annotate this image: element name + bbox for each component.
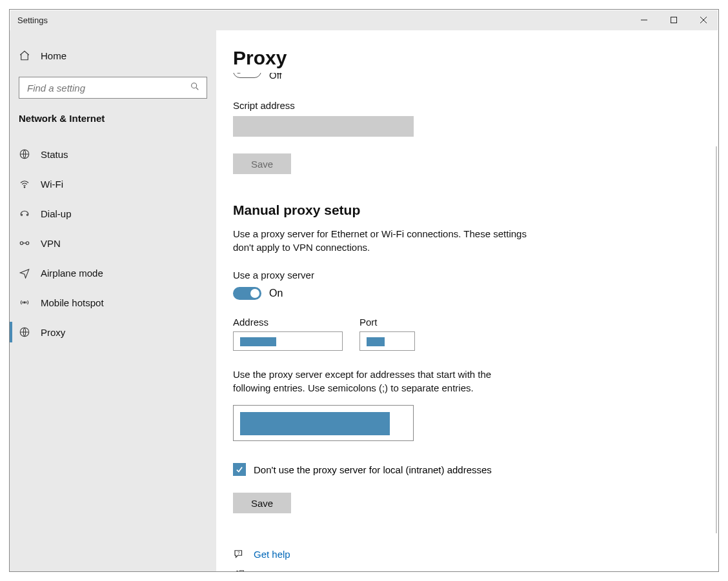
airplane-icon — [19, 267, 30, 279]
titlebar: Settings — [10, 10, 718, 30]
toggle-state-label: Off — [269, 73, 282, 81]
give-feedback-text[interactable]: Give feedback — [254, 569, 316, 572]
svg-point-7 — [24, 187, 25, 188]
script-address-label: Script address — [233, 100, 718, 111]
svg-point-8 — [21, 214, 22, 215]
save-manual-button[interactable]: Save — [233, 493, 291, 513]
sidebar: Home Network & Internet Status Wi-Fi — [10, 30, 216, 571]
sidebar-item-label: Wi-Fi — [41, 179, 63, 190]
manual-proxy-desc: Use a proxy server for Ethernet or Wi-Fi… — [233, 227, 530, 254]
sidebar-item-proxy[interactable]: Proxy — [10, 317, 216, 347]
dialup-icon — [19, 208, 30, 219]
page-title: Proxy — [233, 47, 718, 69]
manual-proxy-heading: Manual proxy setup — [233, 202, 718, 218]
svg-point-11 — [26, 242, 29, 245]
svg-rect-1 — [671, 17, 677, 23]
home-nav[interactable]: Home — [10, 43, 216, 68]
script-address-input[interactable] — [233, 116, 414, 137]
help-icon: ? — [233, 548, 245, 560]
sidebar-item-label: Status — [41, 149, 68, 160]
sidebar-item-label: Proxy — [41, 327, 65, 338]
settings-window: Settings Home — [9, 9, 719, 572]
sidebar-item-label: Mobile hotspot — [41, 297, 104, 308]
sidebar-item-status[interactable]: Status — [10, 139, 216, 169]
setup-script-toggle-partial[interactable]: Off — [233, 73, 718, 84]
sidebar-item-label: Airplane mode — [41, 268, 103, 279]
vpn-icon — [19, 237, 30, 249]
globe-icon — [19, 326, 30, 338]
toggle-off-icon — [233, 73, 261, 77]
address-label: Address — [233, 317, 343, 328]
svg-line-5 — [196, 88, 198, 90]
home-icon — [19, 50, 30, 61]
get-help-link[interactable]: ? Get help — [233, 548, 718, 560]
svg-point-13 — [24, 302, 25, 303]
sidebar-item-label: Dial-up — [41, 208, 72, 219]
get-help-text[interactable]: Get help — [254, 549, 290, 560]
port-label: Port — [359, 317, 415, 328]
svg-point-4 — [192, 83, 197, 88]
exceptions-label: Use the proxy server except for addresse… — [233, 368, 504, 395]
search-icon — [190, 81, 200, 94]
use-proxy-label: Use a proxy server — [233, 270, 718, 281]
local-address-checkbox-label: Don't use the proxy server for local (in… — [254, 464, 492, 475]
port-input[interactable] — [359, 331, 415, 351]
svg-text:?: ? — [238, 551, 240, 555]
sidebar-item-airplane[interactable]: Airplane mode — [10, 258, 216, 288]
globe-icon — [19, 148, 30, 160]
svg-point-16 — [236, 571, 239, 571]
svg-point-10 — [20, 242, 23, 245]
wifi-icon — [19, 178, 30, 190]
search-input[interactable] — [26, 82, 190, 94]
use-proxy-toggle[interactable] — [233, 287, 261, 300]
sidebar-item-hotspot[interactable]: Mobile hotspot — [10, 288, 216, 317]
main-panel: Proxy Off Script address Save Manual pro… — [216, 30, 718, 571]
maximize-button[interactable] — [659, 10, 689, 30]
home-label: Home — [41, 50, 66, 61]
sidebar-section-title: Network & Internet — [10, 113, 216, 124]
sidebar-item-vpn[interactable]: VPN — [10, 228, 216, 258]
minimize-button[interactable] — [629, 10, 659, 30]
address-input[interactable] — [233, 331, 343, 351]
hotspot-icon — [19, 297, 30, 308]
scrollbar[interactable] — [716, 146, 717, 533]
search-box[interactable] — [19, 77, 207, 99]
sidebar-item-dialup[interactable]: Dial-up — [10, 199, 216, 228]
local-address-checkbox[interactable] — [233, 463, 246, 476]
feedback-icon — [233, 569, 245, 571]
exceptions-input[interactable] — [233, 405, 414, 441]
sidebar-item-label: VPN — [41, 238, 61, 249]
window-title: Settings — [17, 15, 48, 25]
save-script-button[interactable]: Save — [233, 153, 291, 174]
use-proxy-state-label: On — [269, 288, 283, 299]
give-feedback-link[interactable]: Give feedback — [233, 569, 718, 571]
sidebar-item-wifi[interactable]: Wi-Fi — [10, 169, 216, 199]
svg-point-9 — [26, 214, 28, 215]
close-button[interactable] — [689, 10, 718, 30]
